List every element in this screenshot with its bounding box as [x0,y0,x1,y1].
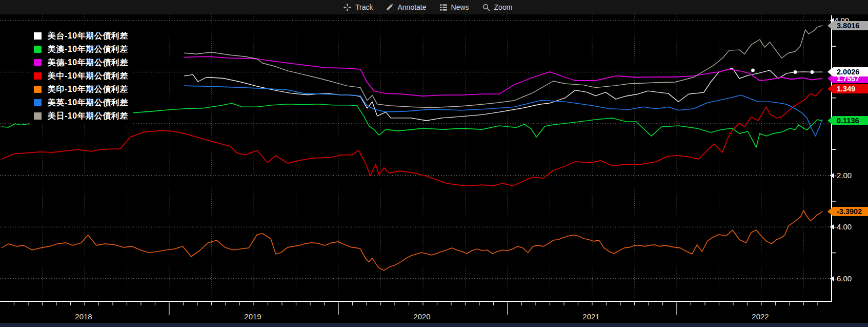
y-tick-label: -4.00 [834,222,852,232]
legend-label: 美台-10年期公債利差 [48,31,128,42]
toolbar-item-label: News [451,3,469,11]
legend-swatch-icon [34,99,42,106]
last-value-badge: -3.3902 [833,207,868,216]
year-label-2022: 2022 [752,312,769,321]
last-value-badge: 0.1136 [833,116,868,125]
legend-swatch-icon [34,72,42,80]
toolbar-item-label: Annotate [397,3,426,11]
y-tick-text: -4.00 [834,222,852,231]
vertical-gridlines [43,0,804,301]
year-label-2020: 2020 [413,312,430,321]
legend-label: 美中-10年期公債利差 [48,71,128,82]
legend-item-6[interactable]: 美日-10年期公債利差 [34,109,128,123]
series-line-0[interactable] [185,68,822,121]
last-value-badge: 2.0026 [833,67,868,76]
series-line-2[interactable] [185,56,822,96]
toolbar-item-track[interactable]: Track [344,3,373,11]
legend-item-2[interactable]: 美德-10年期公債利差 [34,56,128,69]
legend-swatch-icon [34,46,42,53]
toolbar-item-zoom[interactable]: Zoom [482,3,513,11]
badge-arrow-icon [827,67,833,76]
bottom-strip [0,323,868,327]
year-label-2018: 2018 [75,312,92,321]
chart-toolbar: TrackAnnotateNewsZoom [0,0,868,14]
annotate-pencil-icon [386,4,393,11]
badge-arrow-icon [827,21,833,30]
series-line-5[interactable] [185,86,822,136]
legend-label: 美英-10年期公債利差 [48,98,128,108]
legend-item-3[interactable]: 美中-10年期公債利差 [34,69,128,83]
legend-swatch-icon [34,112,42,120]
chart-toolbar-items: TrackAnnotateNewsZoom [344,0,512,14]
tick-arrow-icon [830,224,834,229]
badge-value: -3.3902 [837,207,862,216]
legend-item-1[interactable]: 美澳-10年期公債利差 [34,43,128,56]
x-axis-ticks [14,301,818,305]
legend-swatch-icon [34,86,42,93]
series-marker-dot [811,70,814,74]
series-line-4[interactable] [2,210,822,271]
track-move-icon [344,4,351,11]
legend-swatch-icon [34,32,42,40]
toolbar-item-annotate[interactable]: Annotate [386,3,426,11]
y-tick-text: -6.00 [834,274,852,283]
y-tick-label: -6.00 [834,274,852,283]
badge-arrow-icon [827,84,833,93]
legend-swatch-icon [34,59,42,66]
series-marker-dot [794,70,797,74]
zoom-magnifier-icon [482,4,490,11]
year-label-2019: 2019 [244,312,261,321]
last-value-badge: 3.8016 [833,21,868,30]
chart-legend: 美台-10年期公債利差美澳-10年期公債利差美德-10年期公債利差美中-10年期… [30,28,133,124]
legend-label: 美德-10年期公債利差 [48,57,128,68]
toolbar-item-label: Zoom [494,3,513,11]
y-tick-label: -2.00 [834,171,852,180]
legend-label: 美印-10年期公債利差 [48,84,128,95]
badge-value: 1.349 [837,85,855,93]
legend-item-0[interactable]: 美台-10年期公債利差 [34,29,128,43]
legend-label: 美日-10年期公債利差 [48,111,128,122]
badge-value: 0.1136 [837,117,859,125]
toolbar-item-news[interactable]: News [440,3,469,11]
badge-value: 2.0026 [837,68,859,76]
legend-item-4[interactable]: 美印-10年期公債利差 [34,83,128,96]
news-list-icon [440,4,447,11]
year-label-2021: 2021 [582,312,599,321]
badge-arrow-icon [827,207,833,216]
badge-value: 3.8016 [837,22,859,30]
bloomberg-chart-window: TrackAnnotateNewsZoom 美台-10年期公債利差美澳-10年期… [0,0,868,327]
tick-arrow-icon [830,173,834,178]
legend-item-5[interactable]: 美英-10年期公債利差 [34,96,128,109]
badge-arrow-icon [827,116,833,125]
toolbar-item-label: Track [355,3,373,11]
series-marker-dot [751,69,755,72]
legend-label: 美澳-10年期公債利差 [48,44,128,55]
last-value-badge: 1.349 [833,84,868,93]
tick-arrow-icon [830,276,834,281]
y-tick-text: -2.00 [834,171,852,180]
series-line-6[interactable] [185,26,822,108]
